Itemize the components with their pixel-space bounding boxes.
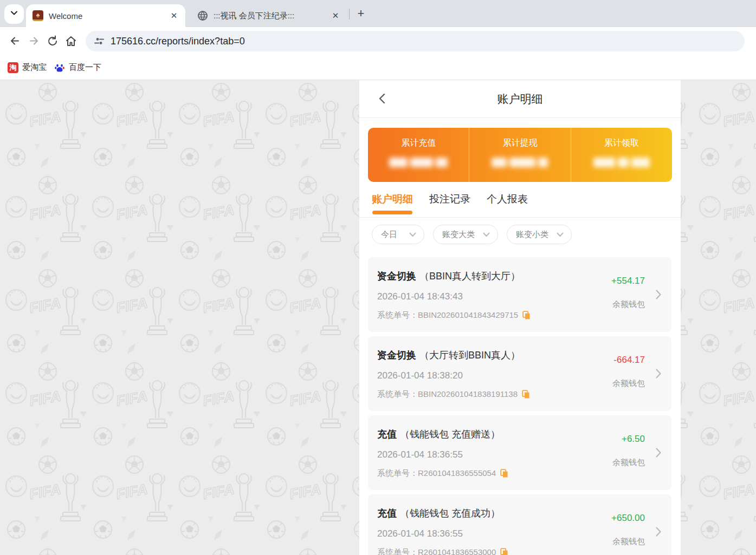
taobao-icon: 淘 bbox=[8, 62, 18, 73]
browser-tab-strip: ♠ Welcome ✕ :::视讯 会员下注纪录::: ✕ + bbox=[0, 0, 756, 27]
summary-total-withdraw: 累计提现 bbox=[469, 128, 570, 182]
summary-label: 累计领取 bbox=[604, 138, 639, 149]
order-label: 系统单号： bbox=[377, 546, 418, 555]
summary-total-deposit: 累计充值 bbox=[368, 128, 469, 182]
bookmark-label: 爱淘宝 bbox=[22, 62, 47, 73]
record-subtitle: （BBIN真人转到大厅） bbox=[419, 271, 520, 282]
chevron-right-icon[interactable] bbox=[655, 526, 662, 537]
tab-title: Welcome bbox=[49, 11, 169, 21]
page-content: FIFA bbox=[0, 80, 756, 555]
major-category-dropdown[interactable]: 账变大类 bbox=[433, 225, 498, 244]
tab-personal-report[interactable]: 个人报表 bbox=[487, 192, 528, 213]
date-filter-dropdown[interactable]: 今日 bbox=[372, 225, 424, 244]
tab-title: :::视讯 会员下注纪录::: bbox=[214, 11, 331, 21]
order-number: R2601041836555054 bbox=[418, 467, 496, 479]
bookmarks-bar: 淘 爱淘宝 百度一下 bbox=[0, 55, 756, 80]
home-icon[interactable] bbox=[64, 34, 78, 48]
globe-icon bbox=[197, 10, 208, 21]
bookmark-label: 百度一下 bbox=[69, 62, 101, 73]
record-amount-block: +554.17 余额钱包 bbox=[611, 257, 645, 310]
record-type: 资金切换 bbox=[377, 271, 416, 282]
page-title: 账户明细 bbox=[497, 92, 543, 107]
page-header: 账户明细 bbox=[359, 80, 681, 118]
record-row[interactable]: 资金切换（BBIN真人转到大厅） 2026-01-04 18:43:43 系统单… bbox=[368, 257, 671, 332]
copy-icon[interactable] bbox=[500, 469, 508, 478]
back-chevron-icon[interactable] bbox=[373, 90, 391, 107]
back-icon[interactable] bbox=[8, 34, 22, 48]
bookmark-baidu[interactable]: 百度一下 bbox=[54, 62, 101, 73]
record-wallet: 余额钱包 bbox=[612, 378, 645, 389]
chevron-down-icon bbox=[10, 9, 18, 19]
record-subtitle: （钱能钱包 充值成功） bbox=[400, 508, 500, 519]
tab-search-button[interactable] bbox=[4, 4, 24, 24]
summary-card: 累计充值 累计提现 累计领取 bbox=[368, 128, 672, 182]
order-label: 系统单号： bbox=[377, 467, 418, 479]
copy-icon[interactable] bbox=[522, 390, 530, 399]
copy-icon[interactable] bbox=[522, 311, 531, 320]
record-subtitle: （大厅转到BBIN真人） bbox=[419, 350, 520, 361]
record-type: 资金切换 bbox=[377, 350, 416, 361]
filter-label: 账变小类 bbox=[516, 230, 548, 240]
browser-tab-welcome[interactable]: ♠ Welcome ✕ bbox=[26, 4, 185, 27]
account-detail-panel: 账户明细 累计充值 累计提现 累计领取 账户明细 投注记录 bbox=[359, 80, 681, 555]
record-amount-block: -664.17 余额钱包 bbox=[612, 336, 645, 389]
filter-label: 今日 bbox=[381, 230, 397, 240]
redacted-amount bbox=[492, 156, 548, 168]
order-number: BBIN202601041838191138 bbox=[418, 388, 518, 400]
tab-bet-records[interactable]: 投注记录 bbox=[429, 192, 470, 213]
chevron-down-icon bbox=[557, 230, 564, 239]
record-list: 资金切换（BBIN真人转到大厅） 2026-01-04 18:43:43 系统单… bbox=[359, 257, 681, 555]
tab-account-detail[interactable]: 账户明细 bbox=[372, 192, 413, 213]
chevron-down-icon bbox=[483, 230, 490, 239]
record-row[interactable]: 充值（钱能钱包 充值赠送） 2026-01-04 18:36:55 系统单号： … bbox=[368, 415, 671, 490]
chevron-right-icon[interactable] bbox=[655, 289, 662, 300]
order-number: BBIN202601041843429715 bbox=[418, 309, 518, 321]
tab-separator bbox=[349, 9, 350, 19]
new-tab-button[interactable]: + bbox=[353, 6, 369, 21]
site-settings-icon[interactable] bbox=[93, 35, 105, 47]
reload-icon[interactable] bbox=[46, 34, 60, 48]
browser-toolbar: 175616.cc/reports/index?tab=0 bbox=[0, 27, 756, 55]
record-amount: +6.50 bbox=[612, 434, 645, 445]
browser-tab-records[interactable]: :::视讯 会员下注纪录::: ✕ bbox=[191, 4, 347, 27]
record-amount-block: +650.00 余额钱包 bbox=[611, 494, 645, 547]
url-text: 175616.cc/reports/index?tab=0 bbox=[111, 36, 245, 47]
order-label: 系统单号： bbox=[377, 309, 418, 321]
summary-label: 累计充值 bbox=[401, 138, 436, 149]
record-subtitle: （钱能钱包 充值赠送） bbox=[400, 429, 500, 440]
site-favicon-icon: ♠ bbox=[33, 10, 43, 21]
record-type: 充值 bbox=[377, 429, 397, 440]
record-row[interactable]: 资金切换（大厅转到BBIN真人） 2026-01-04 18:38:20 系统单… bbox=[368, 336, 671, 411]
chevron-down-icon bbox=[409, 230, 416, 239]
chevron-right-icon[interactable] bbox=[655, 447, 662, 458]
copy-icon[interactable] bbox=[500, 548, 508, 555]
minor-category-dropdown[interactable]: 账变小类 bbox=[507, 225, 572, 244]
redacted-amount bbox=[389, 156, 448, 168]
summary-section: 累计充值 累计提现 累计领取 bbox=[359, 118, 681, 182]
record-row[interactable]: 充值（钱能钱包 充值成功） 2026-01-04 18:36:55 系统单号： … bbox=[368, 494, 671, 555]
chevron-right-icon[interactable] bbox=[655, 368, 662, 379]
filter-row: 今日 账变大类 账变小类 bbox=[359, 218, 681, 244]
record-wallet: 余额钱包 bbox=[611, 299, 645, 310]
report-tabs: 账户明细 投注记录 个人报表 bbox=[359, 189, 681, 218]
record-amount: +554.17 bbox=[611, 276, 645, 286]
close-icon[interactable]: ✕ bbox=[169, 11, 179, 21]
record-wallet: 余额钱包 bbox=[611, 537, 645, 547]
forward-icon[interactable] bbox=[27, 34, 41, 48]
record-wallet: 余额钱包 bbox=[612, 458, 645, 468]
order-label: 系统单号： bbox=[377, 388, 418, 400]
url-bar[interactable]: 175616.cc/reports/index?tab=0 bbox=[86, 31, 745, 51]
record-type: 充值 bbox=[377, 508, 397, 519]
summary-label: 累计提现 bbox=[502, 138, 537, 149]
bookmark-aitaobao[interactable]: 淘 爱淘宝 bbox=[8, 62, 47, 73]
filter-label: 账变大类 bbox=[442, 230, 475, 240]
close-icon[interactable]: ✕ bbox=[331, 11, 340, 21]
record-amount: -664.17 bbox=[612, 355, 645, 365]
baidu-paw-icon bbox=[54, 62, 65, 73]
summary-total-claim: 累计领取 bbox=[571, 128, 672, 182]
redacted-amount bbox=[593, 156, 650, 168]
order-number: R2601041836553000 bbox=[418, 546, 496, 555]
record-amount: +650.00 bbox=[611, 513, 645, 524]
record-amount-block: +6.50 余额钱包 bbox=[612, 415, 645, 468]
